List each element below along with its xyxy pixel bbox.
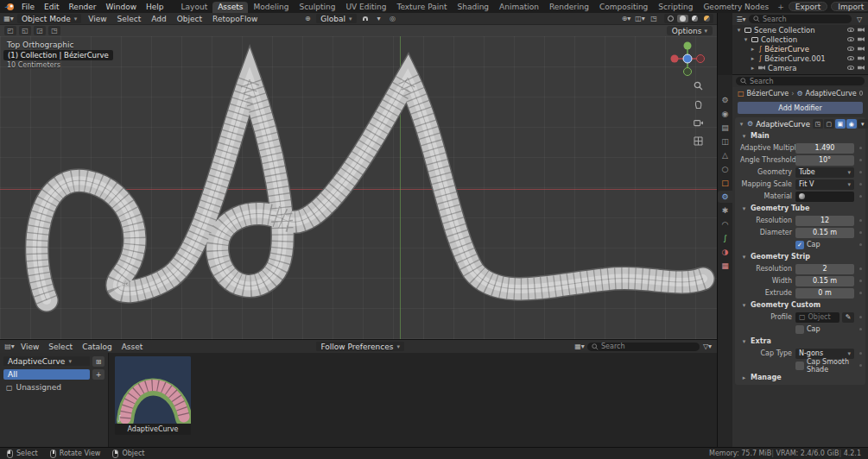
tab-assets[interactable]: Assets bbox=[212, 2, 248, 13]
asset-menu-view[interactable]: View bbox=[17, 343, 42, 351]
on-cage-toggle-icon[interactable]: ◳ bbox=[813, 119, 823, 129]
orientation-dropdown[interactable]: Global bbox=[316, 14, 356, 23]
render-toggle-icon[interactable]: ◉ bbox=[846, 119, 857, 129]
material-tab-icon[interactable]: ◑ bbox=[718, 246, 732, 258]
breadcrumb-object[interactable]: BézierCurve bbox=[747, 90, 789, 97]
blender-logo-icon[interactable] bbox=[4, 2, 15, 11]
shading-wireframe-icon[interactable] bbox=[665, 15, 676, 22]
profile-object-field[interactable]: ▢Object bbox=[795, 312, 839, 323]
shading-material-icon[interactable] bbox=[689, 15, 700, 22]
show-gizmo-icon[interactable]: ⊕▾ bbox=[621, 14, 631, 23]
section-geometry-tube[interactable]: ▾Geometry Tube bbox=[735, 203, 865, 214]
breadcrumb-modifier[interactable]: AdaptiveCurve bbox=[806, 90, 857, 97]
hide-eye-icon[interactable] bbox=[847, 37, 854, 41]
scene-tab-icon[interactable]: △ bbox=[718, 149, 732, 161]
asset-menu-asset[interactable]: Asset bbox=[118, 343, 147, 351]
realtime-toggle-icon[interactable]: ▣ bbox=[835, 119, 846, 129]
width-field[interactable]: 0.15 m bbox=[795, 276, 854, 286]
show-overlays-icon[interactable]: ◫▾ bbox=[635, 14, 645, 23]
mapping-scale-dropdown[interactable]: Fit V bbox=[795, 179, 854, 190]
strip-resolution-field[interactable]: 2 bbox=[795, 264, 854, 274]
import-button[interactable]: Import bbox=[831, 2, 868, 11]
tab-compositing[interactable]: Compositing bbox=[594, 2, 653, 13]
viewport-menu-select[interactable]: Select bbox=[114, 15, 145, 23]
outliner-row-camera[interactable]: ▸ Camera bbox=[732, 63, 868, 72]
mode-dropdown[interactable]: Object Mode bbox=[17, 14, 81, 23]
render-visibility-icon[interactable] bbox=[858, 56, 865, 60]
hide-eye-icon[interactable] bbox=[847, 66, 854, 70]
camera-view-icon[interactable] bbox=[694, 119, 704, 129]
properties-search-input[interactable]: Search bbox=[736, 77, 865, 85]
render-visibility-icon[interactable] bbox=[858, 47, 865, 51]
move-view-hand-icon[interactable] bbox=[694, 100, 704, 111]
eyedropper-icon[interactable]: ✎ bbox=[842, 312, 854, 323]
tool-tab-icon[interactable]: ⚙ bbox=[718, 94, 732, 106]
select-tweak-tool-icon[interactable]: ◰ bbox=[4, 26, 16, 35]
snap-settings-caret-icon[interactable]: ▾ bbox=[374, 14, 384, 23]
shading-rendered-icon[interactable] bbox=[701, 15, 713, 22]
menu-window[interactable]: Window bbox=[102, 3, 142, 11]
snap-magnet-icon[interactable] bbox=[360, 14, 371, 23]
viewport-menu-retopoflow[interactable]: RetopoFlow bbox=[209, 15, 261, 23]
add-workspace-button[interactable]: + bbox=[774, 2, 788, 13]
viewport-menu-object[interactable]: Object bbox=[174, 15, 206, 23]
render-visibility-icon[interactable] bbox=[858, 28, 865, 32]
asset-card-adaptivecurve[interactable]: ∫ AdaptiveCurve bbox=[115, 356, 191, 435]
decorate-dot-icon[interactable] bbox=[858, 183, 863, 185]
shading-solid-icon[interactable] bbox=[677, 15, 688, 22]
material-field[interactable] bbox=[795, 192, 854, 202]
render-visibility-icon[interactable] bbox=[858, 66, 865, 70]
tube-cap-checkbox[interactable] bbox=[795, 241, 804, 249]
angle-threshold-field[interactable]: 10° bbox=[795, 155, 854, 166]
menu-file[interactable]: File bbox=[17, 3, 39, 11]
outliner-row-beziercurve-001[interactable]: ▸ ∫ BézierCurve.001 bbox=[732, 53, 868, 63]
cap-smooth-shade-checkbox[interactable] bbox=[795, 362, 804, 370]
output-tab-icon[interactable]: ▤ bbox=[718, 122, 732, 134]
proportional-editing-icon[interactable]: ◎ bbox=[388, 14, 398, 23]
viewport-menu-view[interactable]: View bbox=[85, 15, 110, 23]
outliner-row-collection[interactable]: ▾ Collection bbox=[732, 35, 868, 44]
zoom-icon[interactable] bbox=[694, 81, 704, 92]
toggle-xray-icon[interactable]: ◳ bbox=[649, 14, 659, 23]
tab-rendering[interactable]: Rendering bbox=[544, 2, 594, 13]
section-main[interactable]: ▾Main bbox=[735, 130, 865, 141]
asset-editor-type-icon[interactable]: ▤▾ bbox=[4, 342, 15, 351]
tab-scripting[interactable]: Scripting bbox=[653, 2, 698, 13]
catalog-item-unassigned[interactable]: ▢ Unassigned bbox=[3, 382, 105, 393]
transform-pivot-icon[interactable]: ⊕ bbox=[302, 14, 313, 23]
custom-cap-checkbox[interactable] bbox=[795, 325, 804, 334]
tab-shading[interactable]: Shading bbox=[453, 2, 495, 13]
display-mode-icon[interactable]: ▦▾ bbox=[574, 342, 585, 351]
tube-resolution-field[interactable]: 12 bbox=[795, 216, 854, 226]
physics-tab-icon[interactable]: ◠ bbox=[718, 218, 732, 230]
collapse-icon[interactable]: ▾ bbox=[738, 121, 744, 128]
outliner-row-beziercurve[interactable]: ▸ ∫ BézierCurve bbox=[732, 44, 868, 53]
modifiers-tab-icon[interactable]: ⚙ bbox=[718, 191, 732, 203]
decorate-dot-icon[interactable] bbox=[858, 219, 863, 222]
cursor-tool-icon[interactable]: ◲ bbox=[34, 26, 46, 35]
tab-layout[interactable]: Layout bbox=[176, 2, 213, 13]
asset-menu-select[interactable]: Select bbox=[45, 343, 76, 351]
menu-render[interactable]: Render bbox=[65, 3, 101, 11]
extras-menu-icon[interactable]: ▾ bbox=[858, 119, 868, 129]
decorate-dot-icon[interactable] bbox=[858, 364, 863, 367]
asset-library-dropdown[interactable]: AdaptiveCurve bbox=[3, 356, 90, 366]
outliner-row-scene-collection[interactable]: ▾ Scene Collection bbox=[732, 25, 868, 35]
decorate-dot-icon[interactable] bbox=[858, 328, 863, 330]
section-extra[interactable]: ▾Extra bbox=[735, 336, 865, 347]
outliner-search-input[interactable]: Search bbox=[749, 15, 852, 23]
hide-eye-icon[interactable] bbox=[847, 56, 854, 60]
menu-help[interactable]: Help bbox=[142, 3, 168, 11]
object-data-tab-icon[interactable]: ∫ bbox=[718, 232, 732, 244]
section-manage[interactable]: ▸Manage bbox=[735, 372, 865, 383]
decorate-dot-icon[interactable] bbox=[858, 280, 863, 282]
move-tool-icon[interactable]: ◳ bbox=[48, 26, 60, 35]
decorate-dot-icon[interactable] bbox=[858, 231, 863, 234]
particles-tab-icon[interactable]: ✱ bbox=[718, 204, 732, 217]
outliner-filter-icon[interactable]: ▽ bbox=[854, 15, 865, 24]
decorate-dot-icon[interactable] bbox=[858, 147, 863, 149]
tab-geometry-nodes[interactable]: Geometry Nodes bbox=[698, 2, 774, 13]
expand-icon[interactable]: ▸ bbox=[750, 65, 756, 72]
section-geometry-custom[interactable]: ▾Geometry Custom bbox=[735, 299, 865, 311]
decorate-dot-icon[interactable] bbox=[858, 316, 863, 318]
